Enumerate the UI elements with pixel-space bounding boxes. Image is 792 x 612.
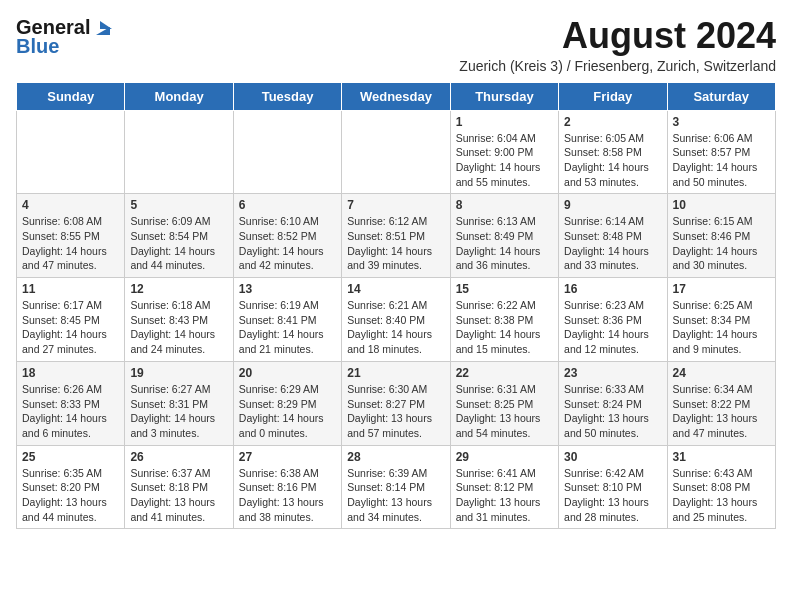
day-info: Sunrise: 6:17 AM Sunset: 8:45 PM Dayligh…	[22, 299, 107, 355]
logo-blue-text: Blue	[16, 35, 59, 58]
calendar-day-6: 6Sunrise: 6:10 AM Sunset: 8:52 PM Daylig…	[233, 194, 341, 278]
calendar-day-26: 26Sunrise: 6:37 AM Sunset: 8:18 PM Dayli…	[125, 445, 233, 529]
day-number: 12	[130, 282, 227, 296]
day-info: Sunrise: 6:08 AM Sunset: 8:55 PM Dayligh…	[22, 215, 107, 271]
day-info: Sunrise: 6:15 AM Sunset: 8:46 PM Dayligh…	[673, 215, 758, 271]
calendar-empty-cell	[125, 110, 233, 194]
calendar-day-27: 27Sunrise: 6:38 AM Sunset: 8:16 PM Dayli…	[233, 445, 341, 529]
calendar-header-friday: Friday	[559, 82, 667, 110]
calendar-header-wednesday: Wednesday	[342, 82, 450, 110]
day-info: Sunrise: 6:13 AM Sunset: 8:49 PM Dayligh…	[456, 215, 541, 271]
day-number: 6	[239, 198, 336, 212]
day-number: 29	[456, 450, 553, 464]
calendar-day-23: 23Sunrise: 6:33 AM Sunset: 8:24 PM Dayli…	[559, 361, 667, 445]
calendar-day-28: 28Sunrise: 6:39 AM Sunset: 8:14 PM Dayli…	[342, 445, 450, 529]
calendar-day-29: 29Sunrise: 6:41 AM Sunset: 8:12 PM Dayli…	[450, 445, 558, 529]
calendar-day-16: 16Sunrise: 6:23 AM Sunset: 8:36 PM Dayli…	[559, 278, 667, 362]
calendar-header-sunday: Sunday	[17, 82, 125, 110]
day-number: 9	[564, 198, 661, 212]
calendar-day-17: 17Sunrise: 6:25 AM Sunset: 8:34 PM Dayli…	[667, 278, 775, 362]
calendar-week-row: 18Sunrise: 6:26 AM Sunset: 8:33 PM Dayli…	[17, 361, 776, 445]
day-info: Sunrise: 6:37 AM Sunset: 8:18 PM Dayligh…	[130, 467, 215, 523]
calendar-day-2: 2Sunrise: 6:05 AM Sunset: 8:58 PM Daylig…	[559, 110, 667, 194]
day-info: Sunrise: 6:39 AM Sunset: 8:14 PM Dayligh…	[347, 467, 432, 523]
calendar-day-31: 31Sunrise: 6:43 AM Sunset: 8:08 PM Dayli…	[667, 445, 775, 529]
day-number: 26	[130, 450, 227, 464]
day-number: 13	[239, 282, 336, 296]
calendar-day-4: 4Sunrise: 6:08 AM Sunset: 8:55 PM Daylig…	[17, 194, 125, 278]
day-info: Sunrise: 6:35 AM Sunset: 8:20 PM Dayligh…	[22, 467, 107, 523]
logo-triangle-icon	[92, 17, 114, 39]
header: General Blue August 2024 Zuerich (Kreis …	[16, 16, 776, 74]
day-number: 27	[239, 450, 336, 464]
calendar-empty-cell	[233, 110, 341, 194]
day-number: 14	[347, 282, 444, 296]
day-number: 20	[239, 366, 336, 380]
day-number: 8	[456, 198, 553, 212]
calendar-day-20: 20Sunrise: 6:29 AM Sunset: 8:29 PM Dayli…	[233, 361, 341, 445]
day-number: 5	[130, 198, 227, 212]
day-info: Sunrise: 6:30 AM Sunset: 8:27 PM Dayligh…	[347, 383, 432, 439]
calendar-day-19: 19Sunrise: 6:27 AM Sunset: 8:31 PM Dayli…	[125, 361, 233, 445]
title-area: August 2024 Zuerich (Kreis 3) / Friesenb…	[459, 16, 776, 74]
day-info: Sunrise: 6:27 AM Sunset: 8:31 PM Dayligh…	[130, 383, 215, 439]
day-number: 17	[673, 282, 770, 296]
day-info: Sunrise: 6:14 AM Sunset: 8:48 PM Dayligh…	[564, 215, 649, 271]
day-number: 19	[130, 366, 227, 380]
calendar-day-18: 18Sunrise: 6:26 AM Sunset: 8:33 PM Dayli…	[17, 361, 125, 445]
calendar-day-21: 21Sunrise: 6:30 AM Sunset: 8:27 PM Dayli…	[342, 361, 450, 445]
calendar-week-row: 11Sunrise: 6:17 AM Sunset: 8:45 PM Dayli…	[17, 278, 776, 362]
day-info: Sunrise: 6:22 AM Sunset: 8:38 PM Dayligh…	[456, 299, 541, 355]
day-info: Sunrise: 6:19 AM Sunset: 8:41 PM Dayligh…	[239, 299, 324, 355]
calendar-day-1: 1Sunrise: 6:04 AM Sunset: 9:00 PM Daylig…	[450, 110, 558, 194]
day-number: 11	[22, 282, 119, 296]
calendar-day-5: 5Sunrise: 6:09 AM Sunset: 8:54 PM Daylig…	[125, 194, 233, 278]
day-info: Sunrise: 6:21 AM Sunset: 8:40 PM Dayligh…	[347, 299, 432, 355]
day-number: 22	[456, 366, 553, 380]
day-number: 2	[564, 115, 661, 129]
calendar-day-30: 30Sunrise: 6:42 AM Sunset: 8:10 PM Dayli…	[559, 445, 667, 529]
calendar-day-7: 7Sunrise: 6:12 AM Sunset: 8:51 PM Daylig…	[342, 194, 450, 278]
calendar-empty-cell	[342, 110, 450, 194]
day-info: Sunrise: 6:25 AM Sunset: 8:34 PM Dayligh…	[673, 299, 758, 355]
day-info: Sunrise: 6:12 AM Sunset: 8:51 PM Dayligh…	[347, 215, 432, 271]
day-info: Sunrise: 6:33 AM Sunset: 8:24 PM Dayligh…	[564, 383, 649, 439]
calendar-header-saturday: Saturday	[667, 82, 775, 110]
main-title: August 2024	[459, 16, 776, 56]
svg-marker-1	[100, 21, 112, 29]
calendar-day-9: 9Sunrise: 6:14 AM Sunset: 8:48 PM Daylig…	[559, 194, 667, 278]
calendar-day-13: 13Sunrise: 6:19 AM Sunset: 8:41 PM Dayli…	[233, 278, 341, 362]
day-number: 31	[673, 450, 770, 464]
calendar-day-24: 24Sunrise: 6:34 AM Sunset: 8:22 PM Dayli…	[667, 361, 775, 445]
calendar-header-row: SundayMondayTuesdayWednesdayThursdayFrid…	[17, 82, 776, 110]
day-number: 24	[673, 366, 770, 380]
calendar-header-tuesday: Tuesday	[233, 82, 341, 110]
day-info: Sunrise: 6:31 AM Sunset: 8:25 PM Dayligh…	[456, 383, 541, 439]
day-number: 30	[564, 450, 661, 464]
day-info: Sunrise: 6:04 AM Sunset: 9:00 PM Dayligh…	[456, 132, 541, 188]
day-info: Sunrise: 6:41 AM Sunset: 8:12 PM Dayligh…	[456, 467, 541, 523]
day-info: Sunrise: 6:29 AM Sunset: 8:29 PM Dayligh…	[239, 383, 324, 439]
day-info: Sunrise: 6:10 AM Sunset: 8:52 PM Dayligh…	[239, 215, 324, 271]
day-number: 7	[347, 198, 444, 212]
calendar-day-14: 14Sunrise: 6:21 AM Sunset: 8:40 PM Dayli…	[342, 278, 450, 362]
day-number: 16	[564, 282, 661, 296]
day-number: 1	[456, 115, 553, 129]
calendar-day-12: 12Sunrise: 6:18 AM Sunset: 8:43 PM Dayli…	[125, 278, 233, 362]
day-info: Sunrise: 6:38 AM Sunset: 8:16 PM Dayligh…	[239, 467, 324, 523]
day-number: 23	[564, 366, 661, 380]
calendar-header-thursday: Thursday	[450, 82, 558, 110]
day-number: 15	[456, 282, 553, 296]
day-number: 10	[673, 198, 770, 212]
day-info: Sunrise: 6:34 AM Sunset: 8:22 PM Dayligh…	[673, 383, 758, 439]
calendar: SundayMondayTuesdayWednesdayThursdayFrid…	[16, 82, 776, 530]
calendar-day-10: 10Sunrise: 6:15 AM Sunset: 8:46 PM Dayli…	[667, 194, 775, 278]
day-number: 21	[347, 366, 444, 380]
calendar-day-11: 11Sunrise: 6:17 AM Sunset: 8:45 PM Dayli…	[17, 278, 125, 362]
calendar-day-25: 25Sunrise: 6:35 AM Sunset: 8:20 PM Dayli…	[17, 445, 125, 529]
day-number: 4	[22, 198, 119, 212]
day-info: Sunrise: 6:05 AM Sunset: 8:58 PM Dayligh…	[564, 132, 649, 188]
calendar-header-monday: Monday	[125, 82, 233, 110]
calendar-day-15: 15Sunrise: 6:22 AM Sunset: 8:38 PM Dayli…	[450, 278, 558, 362]
calendar-day-3: 3Sunrise: 6:06 AM Sunset: 8:57 PM Daylig…	[667, 110, 775, 194]
